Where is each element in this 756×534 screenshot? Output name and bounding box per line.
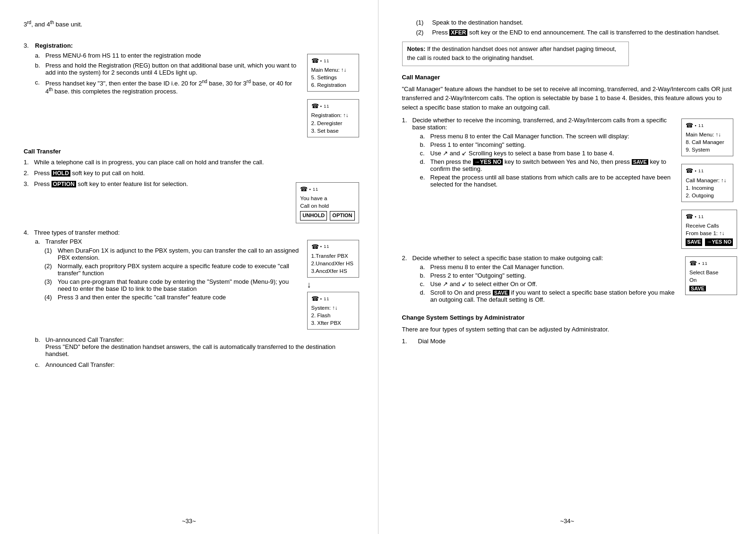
yes-no-key: →YES NO (473, 159, 503, 165)
signal-5: ▪ 11 (320, 296, 330, 302)
cm-2c-label: c. (420, 280, 429, 288)
ct-item3-text: Press OPTION soft key to enter feature l… (34, 180, 188, 187)
ct-item3-label: 3. (24, 180, 32, 187)
pbr2-line2: 1. Incoming (686, 184, 729, 192)
cm-1b-text: Press 1 to enter "incoming" setting. (430, 141, 526, 148)
pbr2-line1: Call Manager: ↑↓ (686, 177, 729, 184)
cm-1c-text: Use ↗ and ↙ Scrolling keys to select a b… (430, 150, 614, 157)
cm-1b-label: b. (420, 141, 429, 148)
change-system-title: Change System Settings by Administrator (402, 314, 738, 321)
phone-icon-1: ☎ (311, 57, 319, 65)
pb3-line2: Call on hold (300, 202, 354, 210)
page-container: 3rd, and 4th base unit. 3. Registration:… (0, 0, 756, 534)
phone-box-r4: ☎ ▪ 11 Select Base On SAVE (685, 256, 737, 296)
softkey-row-r3: SAVE →YES NO (686, 238, 733, 246)
ann-item2-text: Press XFER soft key or the END to end an… (432, 29, 720, 36)
phone-icon-r3: ☎ (686, 212, 693, 221)
save-key-2d: SAVE (493, 290, 509, 296)
phone-icon-r4: ☎ (689, 259, 697, 268)
ann-item1-label: (1) (416, 19, 430, 26)
cm-1a-text: Press menu 8 to enter the Call Manager f… (430, 133, 629, 140)
ct-4a1-text: When DuraFon 1X is adjunct to the PBX sy… (58, 247, 300, 261)
cm-item2-label: 2. (402, 254, 411, 305)
ct-4c-text: Announced Call Transfer: (45, 361, 115, 368)
left-page-number: ~33~ (0, 517, 378, 525)
reg-item-b-label: b. (35, 62, 43, 76)
hold-key: HOLD (52, 170, 70, 177)
cm-phone-box-r4-col: ☎ ▪ 11 Select Base On SAVE (685, 254, 737, 297)
softkey-row-3: UNHOLD OPTION (300, 211, 354, 220)
option-key: OPTION (52, 181, 76, 187)
signal-2: ▪ 11 (320, 103, 330, 110)
signal-r2: ▪ 11 (695, 168, 704, 174)
ct-item2-text: Press HOLD soft key to put call on hold. (34, 170, 145, 177)
ct-item1-label: 1. (24, 159, 32, 166)
ct-4a1-label: (1) (44, 247, 56, 261)
pb2-line1: Registration: ↑↓ (311, 111, 355, 119)
xfer-key: XFER (449, 29, 467, 36)
save-key-1: SAVE (632, 159, 648, 165)
pb2-line2: 2. Deregister (311, 119, 355, 127)
pbr4-line1: Select Base (689, 269, 733, 276)
pb4-line2: 2.UnancdXfer HS (311, 260, 355, 267)
pb5-line2: 2. Flash (311, 312, 355, 319)
cm-2c-text: Use ↗ and ↙ to select either On or Off. (430, 280, 537, 288)
ct-4a2-label: (2) (44, 263, 56, 277)
section-registration: 3. Registration: a. Press MENU-6 from HS… (24, 42, 359, 139)
phone-box-5: ☎ ▪ 11 System: ↑↓ 2. Flash 3. Xfter PBX (307, 292, 359, 330)
pbr3-line2: From base 1: ↑↓ (686, 229, 733, 237)
phone-icon-2: ☎ (311, 102, 319, 110)
pb1-line3: 6. Registration (311, 81, 355, 89)
signal-r3: ▪ 11 (695, 214, 704, 220)
save-softkey-r4: SAVE (689, 286, 706, 291)
ct-4a3-text: You can pre-program that feature code by… (58, 278, 300, 292)
pb2-line3: 3. Set base (311, 127, 355, 135)
reg-item-b-text: Press and hold the Registration (REG) bu… (45, 62, 300, 76)
ann-item1-text: Speak to the destination handset. (432, 19, 524, 26)
phone-box-4: ☎ ▪ 11 1.Transfer PBX 2.UnancdXfer HS 3.… (307, 240, 359, 278)
phone-icon-5: ☎ (311, 295, 319, 303)
transfer-phone-boxes: ☎ ▪ 11 1.Transfer PBX 2.UnancdXfer HS 3.… (307, 238, 359, 332)
ct-item1-text: While a telephone call is in progress, y… (34, 159, 264, 166)
call-manager-intro: "Call Manager" feature allows the handse… (402, 85, 738, 112)
option-softkey: OPTION (330, 211, 354, 220)
cm-2b-text: Press 2 to enter "Outgoing" setting. (430, 272, 526, 279)
cm-1e-label: e. (420, 174, 429, 188)
phone-box-2: ☎ ▪ 11 Registration: ↑↓ 2. Deregister 3.… (307, 99, 359, 137)
pbr1-line2: 8. Call Manager (686, 138, 729, 146)
pbr2-line3: 2. Outgoing (686, 192, 729, 199)
phone-box-r1: ☎ ▪ 11 Main Menu: ↑↓ 8. Call Manager 9. … (681, 119, 733, 156)
reg-item-c-text: Press handset key "3", then enter the ba… (45, 79, 300, 95)
cm-2d-label: d. (420, 289, 429, 303)
pb3-line1: You have a (300, 195, 354, 202)
ct-4b-title: Un-announced Call Transfer: (45, 336, 124, 343)
section3-title: Registration: (35, 42, 73, 49)
reg-phone-boxes: ☎ ▪ 11 Main Menu: ↑↓ 5. Settings 6. Regi… (307, 52, 359, 139)
phone-box-r3: ☎ ▪ 11 Receive Calls From base 1: ↑↓ SAV… (681, 210, 737, 249)
change-system-section: Change System Settings by Administrator … (402, 314, 738, 345)
ct-4a3-label: (3) (44, 278, 56, 292)
pb5-line3: 3. Xfter PBX (311, 319, 355, 327)
ct-4b-text: Press "END" before the destination hands… (45, 343, 335, 357)
announced-items: (1) Speak to the destination handset. (2… (416, 19, 738, 36)
ct-item2-label: 2. (24, 170, 32, 177)
change-system-intro: There are four types of system setting t… (402, 325, 738, 334)
cm-1d-label: d. (420, 158, 429, 172)
save-softkey-r3: SAVE (686, 238, 702, 246)
cm-phone-boxes-1: ☎ ▪ 11 Main Menu: ↑↓ 8. Call Manager 9. … (681, 117, 737, 251)
section3-label: 3. (24, 42, 33, 49)
phone-icon-4: ☎ (311, 243, 319, 251)
pb4-line3: 3.AncdXfer HS (311, 267, 355, 275)
unhold-key: UNHOLD (300, 211, 327, 220)
cm-2d-text: Scroll to On and press SAVE if you want … (430, 289, 680, 303)
ct-4c-label: c. (35, 361, 43, 368)
ct-4a2-text: Normally, each propritory PBX system acq… (58, 263, 300, 277)
pb1-line1: Main Menu: ↑↓ (311, 66, 355, 74)
reg-item-a-text: Press MENU-6 from HS 11 to enter the reg… (45, 52, 201, 59)
ct-4a-text: Transfer PBX (45, 238, 82, 245)
ct-4a4-text: Press 3 and then enter the specific "cal… (58, 294, 226, 301)
ct-4a4-label: (4) (44, 294, 56, 301)
ct-item4-label: 4. (24, 229, 32, 236)
page-right: (1) Speak to the destination handset. (2… (378, 0, 756, 534)
ct-item4-text: Three types of transfer method: (34, 229, 120, 236)
